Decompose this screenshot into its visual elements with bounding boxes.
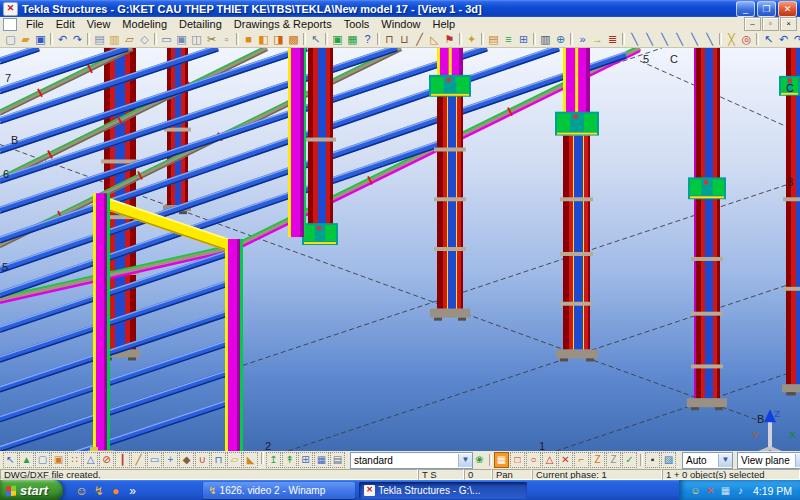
network-error-icon[interactable]: ✕ [703,485,718,496]
minimize-button[interactable]: _ [736,1,755,17]
menu-modeling[interactable]: Modeling [116,18,173,30]
menu-detailing[interactable]: Detailing [173,18,228,30]
filter-triangle-icon[interactable]: △ [542,452,557,468]
menu-drawings-reports[interactable]: Drawings & Reports [228,18,338,30]
select-welds-icon[interactable]: △ [83,452,98,468]
component-icon[interactable]: ▣ [330,32,345,46]
select-points-icon[interactable]: ▣ [51,452,66,468]
measure-free-icon[interactable]: ╱ [412,32,427,46]
filter-corner-icon[interactable]: ⌐ [574,452,589,468]
select-area-icon[interactable]: ▭ [147,452,162,468]
restore-button[interactable]: ❐ [757,1,776,17]
pointer-create-icon[interactable]: ↖ [308,32,323,46]
snap-perpendicular-icon[interactable]: ╲ [687,32,702,46]
filter-all-icon[interactable]: ▦ [494,452,509,468]
child-restore-button[interactable]: ▫ [762,17,779,31]
model-box-icon[interactable]: ◇ [137,32,152,46]
select-marks-icon[interactable]: ╱ [131,452,146,468]
snap-circle-icon[interactable]: ◎ [739,32,754,46]
save-icon[interactable]: ▣ [33,32,48,46]
snap-end-icon[interactable]: ╲ [642,32,657,46]
catalog-icon[interactable]: ▥ [538,32,553,46]
select-pointer-icon[interactable]: ↖ [761,32,776,46]
select-components-icon[interactable]: ◆ [179,452,194,468]
task-button-tekla[interactable]: ✕ Tekla Structures - G:\... [359,482,527,499]
view-dot-icon[interactable]: ▣ [174,32,189,46]
phase-page-icon[interactable]: ◧ [256,32,271,46]
copy-objects-icon[interactable]: ▤ [486,32,501,46]
render-options-icon[interactable]: ▨ [661,452,676,468]
column-b[interactable] [163,48,191,214]
chevron-down-icon[interactable]: ▼ [718,454,732,467]
select-surfaces2-icon[interactable]: ▱ [227,452,242,468]
menu-view[interactable]: View [81,18,117,30]
arrows-more-icon[interactable]: » [575,32,590,46]
table-grid-icon[interactable]: ⊞ [516,32,531,46]
start-button[interactable]: start [0,480,63,500]
help-pointer-icon[interactable]: ? [360,32,375,46]
filter-check-icon[interactable]: ✓ [622,452,637,468]
filter-settings-icon[interactable]: ❀ [473,453,486,467]
view-window-icon[interactable]: ▭ [159,32,174,46]
snap-intersection-icon[interactable]: ╲ [672,32,687,46]
model-view-3d[interactable]: Z Y X 7B655CC321B [0,48,800,451]
measure-angle-icon[interactable]: ◺ [427,32,442,46]
page-edit-icon[interactable]: ▱ [122,32,137,46]
redo-icon[interactable]: ↷ [70,32,85,46]
select-planes-icon[interactable]: ◣ [243,452,258,468]
globe-icon[interactable]: ⊕ [553,32,568,46]
menu-edit[interactable]: Edit [50,18,81,30]
select-objects-grid2-icon[interactable]: ▦ [314,452,329,468]
phase-grid-icon[interactable]: ▩ [286,32,301,46]
select-page-icon[interactable]: ▤ [330,452,345,468]
measure-y-icon[interactable]: ⊔ [397,32,412,46]
select-bolts-icon[interactable]: ┃ [115,452,130,468]
phase-l-icon[interactable]: ◨ [271,32,286,46]
filter-z-gray-icon[interactable]: Z [606,452,621,468]
select-assembly-icon[interactable]: ↥ [266,452,281,468]
chevron-down-icon[interactable]: ▼ [458,454,472,467]
align-icon[interactable]: ≡ [501,32,516,46]
close-button[interactable]: ✕ [778,1,797,17]
stack-icon[interactable]: ≣ [605,32,620,46]
more-chevron-icon[interactable]: » [124,484,141,498]
paste-icon[interactable]: ▥ [107,32,122,46]
select-assembly2-icon[interactable]: ↟ [282,452,297,468]
snap-toggle-icon[interactable]: ╳ [724,32,739,46]
column-c-front[interactable] [288,48,306,237]
volume-icon[interactable]: ♪ [733,485,748,496]
filter-circle-icon[interactable]: ○ [526,452,541,468]
select-surfaces-icon[interactable]: ▢ [35,452,50,468]
snap-points-icon[interactable]: ╲ [627,32,642,46]
select-box-icon[interactable]: ▫ [219,32,234,46]
component-list-icon[interactable]: ▦ [345,32,360,46]
select-all-icon[interactable]: ↖ [3,452,18,468]
task-button-winamp[interactable]: ↯ 1626. video 2 - Winamp [203,482,355,499]
menu-help[interactable]: Help [426,18,461,30]
view-split-icon[interactable]: ◫ [189,32,204,46]
select-grid-icon[interactable]: ∷ [67,452,82,468]
open-folder-icon[interactable]: ▰ [18,32,33,46]
new-file-icon[interactable]: ▢ [3,32,18,46]
select-handles-icon[interactable]: + [163,452,178,468]
snap-mid-icon[interactable]: ╲ [657,32,672,46]
select-objects-grid-icon[interactable]: ⊞ [298,452,313,468]
filter-z-icon[interactable]: Z [590,452,605,468]
flag-icon[interactable]: ⚑ [442,32,457,46]
select-cuts-icon[interactable]: ⊘ [99,452,114,468]
filter-square-icon[interactable]: □ [510,452,525,468]
child-minimize-button[interactable]: – [744,17,761,31]
menu-tools[interactable]: Tools [338,18,376,30]
menu-window[interactable]: Window [375,18,426,30]
export-icon[interactable]: → [590,32,605,46]
snap-nearest-icon[interactable]: ╲ [702,32,717,46]
select-welds2-icon[interactable]: ∪ [195,452,210,468]
menu-file[interactable]: File [20,18,50,30]
select-rebar-icon[interactable]: ⊓ [211,452,226,468]
cut-scissors-icon[interactable]: ✂ [204,32,219,46]
phase-block-icon[interactable]: ■ [241,32,256,46]
copy-icon[interactable]: ▤ [92,32,107,46]
child-close-button[interactable]: × [780,17,797,31]
work-plane-combo[interactable]: View plane ▼ [737,452,800,469]
messenger-tray-icon[interactable]: ☺ [688,485,703,496]
